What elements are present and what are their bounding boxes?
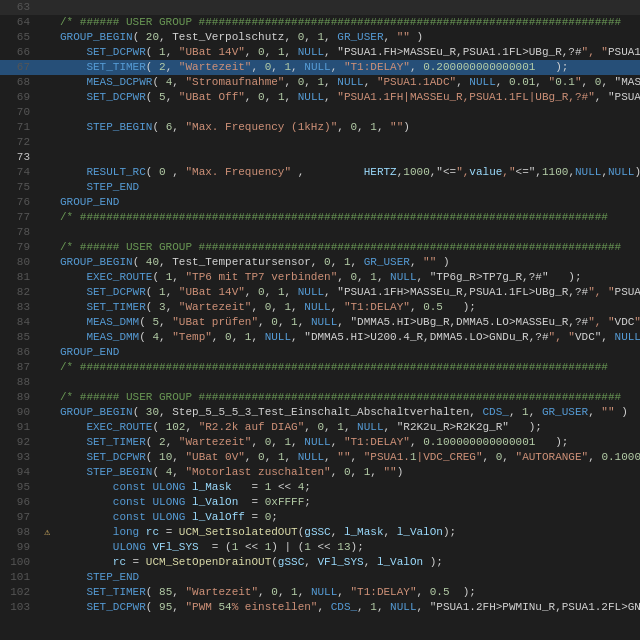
line-content: /* ###### USER GROUP ###################…	[56, 15, 640, 30]
code-line: 89/* ###### USER GROUP #################…	[0, 390, 640, 405]
line-number: 80	[0, 255, 38, 270]
line-number: 102	[0, 585, 38, 600]
line-content: MEAS_DMM( 4, "Temp", 0, 1, NULL, "DMMA5.…	[56, 330, 640, 345]
line-number: 69	[0, 90, 38, 105]
code-line: 103 SET_DCPWR( 95, "PWM 54% einstellen",…	[0, 600, 640, 615]
line-number: 103	[0, 600, 38, 615]
line-content: STEP_BEGIN( 4, "Motorlast zuschalten", 0…	[56, 465, 640, 480]
line-content: SET_TIMER( 3, "Wartezeit", 0, 1, NULL, "…	[56, 300, 640, 315]
code-line: 78	[0, 225, 640, 240]
line-number: 96	[0, 495, 38, 510]
code-line: 63	[0, 0, 640, 15]
code-line: 101 STEP_END	[0, 570, 640, 585]
line-content: rc = UCM_SetOpenDrainOUT(gSSC, VFl_SYS, …	[56, 555, 640, 570]
line-content: SET_DCPWR( 10, "UBat 0V", 0, 1, NULL, ""…	[56, 450, 640, 465]
line-content: EXEC_ROUTE( 102, "R2.2k auf DIAG", 0, 1,…	[56, 420, 640, 435]
code-line: 70	[0, 105, 640, 120]
code-line: 83 SET_TIMER( 3, "Wartezeit", 0, 1, NULL…	[0, 300, 640, 315]
line-number: 81	[0, 270, 38, 285]
line-content: SET_DCPWR( 5, "UBat Off", 0, 1, NULL, "P…	[56, 90, 640, 105]
code-line: 84 MEAS_DMM( 5, "UBat prüfen", 0, 1, NUL…	[0, 315, 640, 330]
line-content: STEP_END	[56, 570, 640, 585]
line-content: const ULONG l_ValOn = 0xFFFF;	[56, 495, 640, 510]
line-number: 67	[0, 60, 38, 75]
line-number: 75	[0, 180, 38, 195]
code-line: 99 ULONG VFl_SYS = (1 << 1) | (1 << 13);	[0, 540, 640, 555]
code-line: 73	[0, 150, 640, 165]
code-line: 87/* ###################################…	[0, 360, 640, 375]
line-content: SET_TIMER( 2, "Wartezeit", 0, 1, NULL, "…	[56, 60, 640, 75]
line-content: SET_DCPWR( 95, "PWM 54% einstellen", CDS…	[56, 600, 640, 615]
line-content: /* ###### USER GROUP ###################…	[56, 240, 640, 255]
line-content: /* ###### USER GROUP ###################…	[56, 390, 640, 405]
line-number: 100	[0, 555, 38, 570]
code-line: 92 SET_TIMER( 2, "Wartezeit", 0, 1, NULL…	[0, 435, 640, 450]
line-content: SET_DCPWR( 1, "UBat 14V", 0, 1, NULL, "P…	[56, 285, 640, 300]
line-content: ULONG VFl_SYS = (1 << 1) | (1 << 13);	[56, 540, 640, 555]
code-line: 68 MEAS_DCPWR( 4, "Stromaufnahme", 0, 1,…	[0, 75, 640, 90]
code-line: 86GROUP_END	[0, 345, 640, 360]
code-line: 77/* ###################################…	[0, 210, 640, 225]
code-line: 95 const ULONG l_Mask = 1 << 4;	[0, 480, 640, 495]
code-line: 91 EXEC_ROUTE( 102, "R2.2k auf DIAG", 0,…	[0, 420, 640, 435]
code-line: 69 SET_DCPWR( 5, "UBat Off", 0, 1, NULL,…	[0, 90, 640, 105]
code-line: 100 rc = UCM_SetOpenDrainOUT(gSSC, VFl_S…	[0, 555, 640, 570]
line-number: 68	[0, 75, 38, 90]
code-line: 82 SET_DCPWR( 1, "UBat 14V", 0, 1, NULL,…	[0, 285, 640, 300]
code-line: 72	[0, 135, 640, 150]
line-number: 95	[0, 480, 38, 495]
code-line: 67 SET_TIMER( 2, "Wartezeit", 0, 1, NULL…	[0, 60, 640, 75]
code-line: 93 SET_DCPWR( 10, "UBat 0V", 0, 1, NULL,…	[0, 450, 640, 465]
line-number: 90	[0, 405, 38, 420]
line-number: 63	[0, 0, 38, 15]
code-line: 64/* ###### USER GROUP #################…	[0, 15, 640, 30]
line-content: GROUP_BEGIN( 40, Test_Temperatursensor, …	[56, 255, 640, 270]
code-line: 71 STEP_BEGIN( 6, "Max. Frequency (1kHz)…	[0, 120, 640, 135]
line-number: 98	[0, 525, 38, 540]
line-number: 79	[0, 240, 38, 255]
line-content: SET_DCPWR( 1, "UBat 14V", 0, 1, NULL, "P…	[56, 45, 640, 60]
warning-icon: ⚠	[44, 525, 50, 540]
line-content: SET_TIMER( 85, "Wartezeit", 0, 1, NULL, …	[56, 585, 640, 600]
line-number: 87	[0, 360, 38, 375]
line-content: /* #####################################…	[56, 360, 640, 375]
line-content: RESULT_RC( 0 , "Max. Frequency" , HERTZ,…	[56, 165, 640, 180]
code-line: 66 SET_DCPWR( 1, "UBat 14V", 0, 1, NULL,…	[0, 45, 640, 60]
line-number: 88	[0, 375, 38, 390]
line-number: 91	[0, 420, 38, 435]
line-content: MEAS_DMM( 5, "UBat prüfen", 0, 1, NULL, …	[56, 315, 640, 330]
code-line: 79/* ###### USER GROUP #################…	[0, 240, 640, 255]
line-content: STEP_END	[56, 180, 640, 195]
code-line: 98⚠ long rc = UCM_SetIsolatedOUT(gSSC, l…	[0, 525, 640, 540]
line-number: 76	[0, 195, 38, 210]
warning-gutter: ⚠	[38, 525, 56, 540]
code-line: 88	[0, 375, 640, 390]
line-number: 65	[0, 30, 38, 45]
line-number: 70	[0, 105, 38, 120]
line-content: GROUP_END	[56, 345, 640, 360]
line-content: const ULONG l_ValOff = 0;	[56, 510, 640, 525]
line-number: 77	[0, 210, 38, 225]
line-number: 94	[0, 465, 38, 480]
line-content: GROUP_BEGIN( 30, Step_5_5_5_3_Test_Einsc…	[56, 405, 640, 420]
code-line: 80GROUP_BEGIN( 40, Test_Temperatursensor…	[0, 255, 640, 270]
line-number: 82	[0, 285, 38, 300]
code-line: 76GROUP_END	[0, 195, 640, 210]
code-line: 75 STEP_END	[0, 180, 640, 195]
code-editor[interactable]: 6364/* ###### USER GROUP ###############…	[0, 0, 640, 640]
line-content: const ULONG l_Mask = 1 << 4;	[56, 480, 640, 495]
line-number: 99	[0, 540, 38, 555]
line-content: MEAS_DCPWR( 4, "Stromaufnahme", 0, 1, NU…	[56, 75, 640, 90]
code-line: 96 const ULONG l_ValOn = 0xFFFF;	[0, 495, 640, 510]
code-lines: 6364/* ###### USER GROUP ###############…	[0, 0, 640, 615]
code-line: 102 SET_TIMER( 85, "Wartezeit", 0, 1, NU…	[0, 585, 640, 600]
line-number: 93	[0, 450, 38, 465]
line-number: 66	[0, 45, 38, 60]
code-line: 97 const ULONG l_ValOff = 0;	[0, 510, 640, 525]
code-line: 85 MEAS_DMM( 4, "Temp", 0, 1, NULL, "DMM…	[0, 330, 640, 345]
code-line: 81 EXEC_ROUTE( 1, "TP6 mit TP7 verbinden…	[0, 270, 640, 285]
line-number: 97	[0, 510, 38, 525]
line-content: SET_TIMER( 2, "Wartezeit", 0, 1, NULL, "…	[56, 435, 640, 450]
line-number: 92	[0, 435, 38, 450]
line-content: long rc = UCM_SetIsolatedOUT(gSSC, l_Mas…	[56, 525, 640, 540]
